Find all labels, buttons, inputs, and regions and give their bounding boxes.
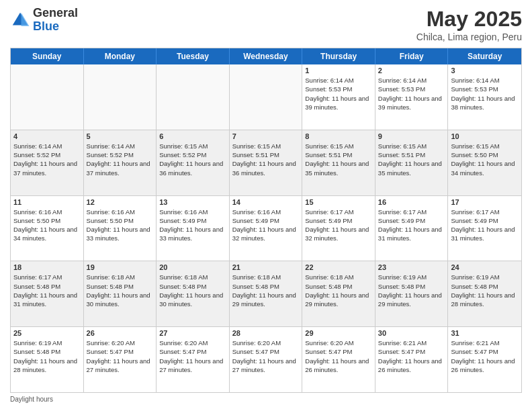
day-cell-30: 30Sunrise: 6:21 AM Sunset: 5:47 PM Dayli… [375, 327, 449, 392]
day-cell-23: 23Sunrise: 6:19 AM Sunset: 5:48 PM Dayli… [375, 261, 449, 326]
day-cell-1: 1Sunrise: 6:14 AM Sunset: 5:53 PM Daylig… [302, 64, 375, 130]
day-cell-28: 28Sunrise: 6:20 AM Sunset: 5:47 PM Dayli… [230, 327, 303, 392]
day-cell-26: 26Sunrise: 6:20 AM Sunset: 5:47 PM Dayli… [84, 327, 157, 392]
day-number: 8 [305, 132, 372, 140]
day-cell-empty [157, 64, 230, 130]
calendar: SundayMondayTuesdayWednesdayThursdayFrid… [10, 48, 522, 393]
logo-blue-text: Blue [33, 19, 59, 33]
day-info: Sunrise: 6:21 AM Sunset: 5:47 PM Dayligh… [451, 338, 519, 374]
day-header-sunday: Sunday [11, 48, 84, 64]
day-info: Sunrise: 6:19 AM Sunset: 5:48 PM Dayligh… [13, 338, 81, 374]
day-number: 3 [451, 66, 519, 75]
main-title: May 2025 [416, 7, 522, 32]
day-number: 24 [451, 263, 519, 271]
day-info: Sunrise: 6:16 AM Sunset: 5:49 PM Dayligh… [159, 208, 226, 243]
day-number: 20 [159, 263, 226, 271]
day-cell-18: 18Sunrise: 6:17 AM Sunset: 5:48 PM Dayli… [11, 261, 84, 326]
calendar-body: 1Sunrise: 6:14 AM Sunset: 5:53 PM Daylig… [11, 64, 521, 392]
day-info: Sunrise: 6:20 AM Sunset: 5:47 PM Dayligh… [305, 338, 372, 374]
day-cell-31: 31Sunrise: 6:21 AM Sunset: 5:47 PM Dayli… [448, 327, 521, 392]
day-number: 13 [159, 198, 226, 206]
day-info: Sunrise: 6:14 AM Sunset: 5:52 PM Dayligh… [13, 142, 81, 177]
day-header-saturday: Saturday [448, 48, 521, 64]
day-cell-empty [230, 64, 303, 130]
day-cell-5: 5Sunrise: 6:14 AM Sunset: 5:52 PM Daylig… [84, 130, 157, 195]
day-number: 25 [13, 329, 81, 337]
day-header-thursday: Thursday [302, 48, 375, 64]
day-number: 23 [378, 263, 445, 271]
day-cell-17: 17Sunrise: 6:17 AM Sunset: 5:49 PM Dayli… [448, 196, 521, 261]
day-number: 6 [159, 132, 226, 140]
week-row-5: 25Sunrise: 6:19 AM Sunset: 5:48 PM Dayli… [11, 327, 521, 392]
day-cell-25: 25Sunrise: 6:19 AM Sunset: 5:48 PM Dayli… [11, 327, 84, 392]
day-number: 10 [451, 132, 519, 140]
logo-general-text: General [33, 6, 78, 19]
day-number: 30 [378, 329, 445, 337]
day-number: 14 [232, 198, 300, 206]
logo-icon [10, 10, 30, 30]
day-number: 22 [305, 263, 372, 271]
day-number: 18 [13, 263, 81, 271]
day-cell-29: 29Sunrise: 6:20 AM Sunset: 5:47 PM Dayli… [302, 327, 375, 392]
day-info: Sunrise: 6:18 AM Sunset: 5:48 PM Dayligh… [87, 273, 154, 308]
day-cell-14: 14Sunrise: 6:16 AM Sunset: 5:49 PM Dayli… [230, 196, 303, 261]
day-cell-16: 16Sunrise: 6:17 AM Sunset: 5:49 PM Dayli… [375, 196, 449, 261]
svg-marker-1 [21, 13, 30, 26]
day-info: Sunrise: 6:14 AM Sunset: 5:52 PM Dayligh… [87, 142, 154, 177]
day-number: 26 [87, 329, 154, 337]
day-cell-15: 15Sunrise: 6:17 AM Sunset: 5:49 PM Dayli… [302, 196, 375, 261]
day-cell-11: 11Sunrise: 6:16 AM Sunset: 5:50 PM Dayli… [11, 196, 84, 261]
day-info: Sunrise: 6:17 AM Sunset: 5:49 PM Dayligh… [378, 208, 445, 243]
day-cell-6: 6Sunrise: 6:15 AM Sunset: 5:52 PM Daylig… [157, 130, 230, 195]
day-info: Sunrise: 6:15 AM Sunset: 5:51 PM Dayligh… [305, 142, 372, 177]
day-info: Sunrise: 6:16 AM Sunset: 5:49 PM Dayligh… [232, 208, 300, 243]
day-info: Sunrise: 6:18 AM Sunset: 5:48 PM Dayligh… [159, 273, 226, 308]
day-info: Sunrise: 6:14 AM Sunset: 5:53 PM Dayligh… [378, 76, 445, 111]
day-info: Sunrise: 6:15 AM Sunset: 5:50 PM Dayligh… [451, 142, 519, 177]
day-info: Sunrise: 6:20 AM Sunset: 5:47 PM Dayligh… [232, 338, 300, 374]
day-number: 11 [13, 198, 81, 206]
page: General Blue May 2025 Chilca, Lima regio… [0, 0, 532, 411]
day-cell-27: 27Sunrise: 6:20 AM Sunset: 5:47 PM Dayli… [157, 327, 230, 392]
day-number: 4 [13, 132, 81, 140]
day-number: 7 [232, 132, 300, 140]
day-header-monday: Monday [84, 48, 157, 64]
header: General Blue May 2025 Chilca, Lima regio… [10, 7, 522, 42]
day-info: Sunrise: 6:18 AM Sunset: 5:48 PM Dayligh… [232, 273, 300, 308]
day-number: 29 [305, 329, 372, 337]
day-info: Sunrise: 6:15 AM Sunset: 5:51 PM Dayligh… [232, 142, 300, 177]
day-number: 17 [451, 198, 519, 206]
calendar-header-row: SundayMondayTuesdayWednesdayThursdayFrid… [11, 48, 521, 64]
day-number: 2 [378, 66, 445, 75]
day-info: Sunrise: 6:20 AM Sunset: 5:47 PM Dayligh… [87, 338, 154, 374]
footer-note: Daylight hours [10, 393, 522, 404]
day-cell-4: 4Sunrise: 6:14 AM Sunset: 5:52 PM Daylig… [11, 130, 84, 195]
day-info: Sunrise: 6:17 AM Sunset: 5:49 PM Dayligh… [451, 208, 519, 243]
day-number: 28 [232, 329, 300, 337]
day-info: Sunrise: 6:15 AM Sunset: 5:52 PM Dayligh… [159, 142, 226, 177]
day-header-tuesday: Tuesday [157, 48, 230, 64]
day-info: Sunrise: 6:16 AM Sunset: 5:50 PM Dayligh… [13, 208, 81, 243]
day-info: Sunrise: 6:17 AM Sunset: 5:48 PM Dayligh… [13, 273, 81, 308]
day-number: 16 [378, 198, 445, 206]
day-cell-7: 7Sunrise: 6:15 AM Sunset: 5:51 PM Daylig… [230, 130, 303, 195]
day-number: 27 [159, 329, 226, 337]
logo: General Blue [10, 7, 78, 34]
day-number: 21 [232, 263, 300, 271]
day-info: Sunrise: 6:18 AM Sunset: 5:48 PM Dayligh… [305, 273, 372, 308]
day-number: 12 [87, 198, 154, 206]
subtitle: Chilca, Lima region, Peru [416, 32, 522, 42]
day-info: Sunrise: 6:20 AM Sunset: 5:47 PM Dayligh… [159, 338, 226, 374]
day-number: 5 [87, 132, 154, 140]
day-info: Sunrise: 6:19 AM Sunset: 5:48 PM Dayligh… [451, 273, 519, 308]
week-row-1: 1Sunrise: 6:14 AM Sunset: 5:53 PM Daylig… [11, 64, 521, 130]
day-info: Sunrise: 6:21 AM Sunset: 5:47 PM Dayligh… [378, 338, 445, 374]
title-block: May 2025 Chilca, Lima region, Peru [416, 7, 522, 42]
day-header-wednesday: Wednesday [230, 48, 303, 64]
day-info: Sunrise: 6:14 AM Sunset: 5:53 PM Dayligh… [305, 76, 372, 111]
day-header-friday: Friday [375, 48, 449, 64]
day-cell-empty [11, 64, 84, 130]
week-row-3: 11Sunrise: 6:16 AM Sunset: 5:50 PM Dayli… [11, 196, 521, 262]
day-number: 19 [87, 263, 154, 271]
day-info: Sunrise: 6:15 AM Sunset: 5:51 PM Dayligh… [378, 142, 445, 177]
